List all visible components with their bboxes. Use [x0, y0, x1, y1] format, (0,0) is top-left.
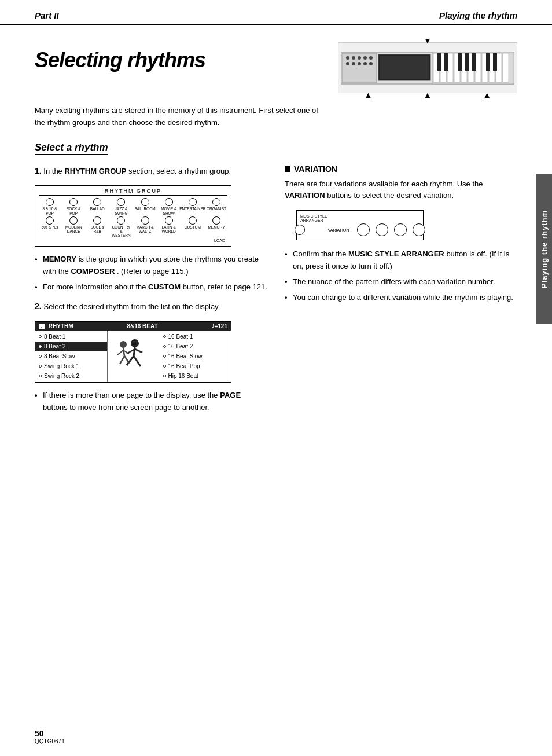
display-header: ♩ RHYTHM 8&16 BEAT ♩=121: [35, 322, 231, 331]
rg-label: BALLROOM: [135, 207, 156, 211]
rg-circle[interactable]: [117, 216, 125, 225]
row-label: 8 Beat Slow: [44, 352, 75, 361]
svg-point-9: [358, 62, 361, 65]
rg-circle[interactable]: [189, 198, 197, 206]
bullet3-bold: PAGE: [220, 391, 241, 399]
row-dot: [163, 355, 166, 358]
rg-circle[interactable]: [69, 216, 78, 225]
rg-circle[interactable]: [165, 198, 173, 206]
header-left: Part II: [35, 10, 59, 20]
row-dot: [163, 375, 166, 377]
display-header-label: RHYTHM: [49, 323, 73, 329]
variation-circle-4[interactable]: [413, 223, 425, 236]
step2-text: Select the desired rhythm from the list …: [44, 302, 220, 311]
rg-circle[interactable]: [189, 216, 197, 225]
display-row[interactable]: 16 Beat 2: [160, 342, 231, 351]
vb3-text: You can change to a different variation …: [293, 293, 513, 302]
display-header-left: ♩ RHYTHM: [39, 323, 73, 329]
rg-row-2: 60s & 70sMODERN DANCESOUL & R&BCOUNTRY &…: [39, 216, 227, 237]
vb1-prefix: Confirm that the: [293, 249, 348, 258]
rg-header: RHYTHM GROUP: [39, 188, 227, 196]
variation-heading: VARIATION: [285, 164, 517, 174]
variation-circle-1[interactable]: [357, 223, 370, 236]
arrows-row: ▲ ▲ ▲: [338, 90, 517, 101]
rg-circle[interactable]: [93, 198, 101, 206]
bullet2-prefix: For more information about the: [43, 282, 148, 291]
two-col-layout: 1. In the RHYTHM GROUP section, select a…: [35, 164, 517, 421]
rg-circle[interactable]: [46, 198, 54, 206]
rg-label: ORGANIST: [207, 207, 226, 211]
display-row[interactable]: 8 Beat 1: [35, 332, 107, 342]
vt2: buttons to select the desired variation.: [327, 191, 454, 200]
svg-line-43: [117, 350, 123, 355]
svg-rect-32: [493, 53, 497, 71]
rg-item: CUSTOM: [182, 216, 204, 237]
display-row[interactable]: Hip 16 Beat: [160, 371, 231, 381]
rg-circle[interactable]: [93, 216, 101, 225]
svg-point-33: [131, 339, 139, 347]
rg-circle[interactable]: [141, 198, 149, 206]
svg-line-36: [134, 356, 141, 366]
rhythm-group-panel: RHYTHM GROUP 8 & 10 & POPROCK & POPBALLA…: [35, 185, 231, 247]
rg-item: MARCH & WALTZ: [134, 216, 156, 237]
variation-bullets: Confirm that the MUSIC STYLE ARRANGER bu…: [285, 248, 517, 303]
row-label: Swing Rock 1: [44, 362, 79, 370]
display-body: 8 Beat 18 Beat 28 Beat SlowSwing Rock 1S…: [35, 331, 231, 382]
rg-circle[interactable]: [46, 216, 54, 225]
step1-prefix: In the: [43, 167, 64, 175]
bullet-list-2: If there is more than one page to the di…: [35, 390, 267, 414]
svg-point-11: [369, 62, 373, 65]
row-label: Hip 16 Beat: [168, 372, 198, 380]
svg-rect-31: [486, 53, 490, 71]
display-row[interactable]: 16 Beat 1: [160, 332, 231, 342]
load-label: LOAD: [39, 238, 227, 243]
bullet2-bold: CUSTOM: [148, 282, 181, 291]
variation-title: VARIATION: [294, 164, 337, 174]
rg-label: 8 & 10 & POP: [39, 207, 61, 215]
rg-item: MOVIE & SHOW: [158, 198, 180, 215]
rg-circle[interactable]: [141, 216, 149, 225]
rg-label: MARCH & WALTZ: [134, 225, 156, 233]
vt-bold: VARIATION: [285, 191, 325, 200]
title-section: Selecting rhythms ▼: [35, 42, 517, 93]
row-label: Swing Rock 2: [44, 372, 79, 380]
row-dot: [163, 365, 166, 368]
footer: 50 QQTG0671: [35, 729, 65, 744]
svg-point-4: [358, 56, 361, 60]
variation-circle-3[interactable]: [394, 223, 407, 236]
rg-label: MEMORY: [208, 225, 225, 229]
bullet-list-1: MEMORY is the group in which you store t…: [35, 254, 267, 293]
variation-text: There are four variations available for …: [285, 178, 517, 203]
variation-row: VARIATION: [295, 223, 426, 236]
rg-label: JAZZ & SWING: [110, 207, 132, 215]
rg-item: SOUL & R&B: [86, 216, 108, 237]
var-bullet-1: Confirm that the MUSIC STYLE ARRANGER bu…: [285, 248, 517, 273]
rg-circle[interactable]: [165, 216, 173, 225]
footer-page: 50: [35, 729, 65, 738]
svg-rect-29: [465, 53, 469, 71]
rg-label: LATIN & WORLD: [158, 225, 180, 233]
sidebar-label: Playing the rhythm: [536, 174, 552, 324]
bullet3-suffix: buttons to move from one screen page to …: [43, 403, 209, 412]
variation-label-text: VARIATION: [328, 228, 349, 232]
row-dot: [39, 355, 42, 358]
rhythm-icon: ♩: [39, 324, 45, 329]
display-row[interactable]: Swing Rock 2: [35, 371, 107, 381]
display-row[interactable]: 8 Beat Slow: [35, 351, 107, 361]
rg-item: MEMORY: [205, 216, 227, 237]
variation-circle-2[interactable]: [376, 223, 388, 236]
row-label: 8 Beat 1: [44, 332, 65, 341]
display-row[interactable]: 16 Beat Pop: [160, 361, 231, 371]
rg-circle[interactable]: [212, 216, 220, 225]
page-title: Selecting rhythms: [35, 42, 338, 72]
rg-circle[interactable]: [69, 198, 78, 206]
display-row[interactable]: 16 Beat Slow: [160, 351, 231, 361]
rg-item: ORGANIST: [205, 198, 227, 215]
rg-circle[interactable]: [117, 198, 125, 206]
rg-circle[interactable]: [212, 198, 220, 206]
footer-code: QQTG0671: [35, 738, 65, 744]
display-row[interactable]: Swing Rock 1: [35, 361, 107, 371]
col-right: VARIATION There are four variations avai…: [285, 164, 517, 421]
display-row[interactable]: 8 Beat 2: [35, 342, 107, 351]
content-area: Selecting rhythms ▼: [0, 25, 552, 438]
